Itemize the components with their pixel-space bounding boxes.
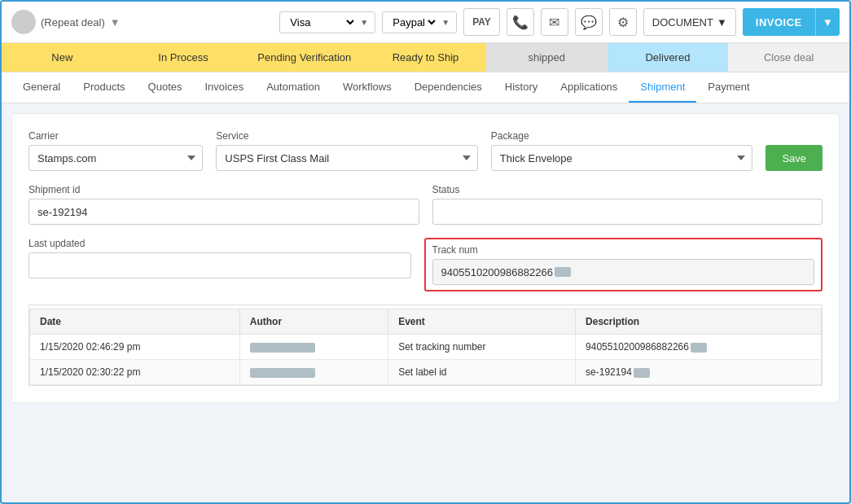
- pipeline-step-close[interactable]: Close deal: [728, 43, 849, 72]
- invoice-btn-group: INVOICE ▼: [743, 8, 840, 36]
- nav-tabs: General Products Quotes Invoices Automat…: [2, 72, 849, 103]
- carrier-label: Carrier: [29, 130, 203, 142]
- invoice-dropdown-button[interactable]: ▼: [815, 8, 840, 36]
- tab-products[interactable]: Products: [72, 72, 136, 103]
- carrier-select[interactable]: Stamps.com FedEx UPS: [29, 145, 203, 171]
- package-label: Package: [491, 130, 753, 142]
- shipment-id-group: Shipment id: [29, 184, 419, 225]
- pipeline-step-ready[interactable]: Ready to Ship: [365, 43, 486, 72]
- shipment-content: Carrier Stamps.com FedEx UPS Service USP…: [11, 113, 840, 403]
- tab-general[interactable]: General: [11, 72, 72, 103]
- row1-author: [239, 335, 388, 360]
- row2-event: Set label id: [388, 360, 576, 385]
- col-description: Description: [576, 309, 822, 335]
- paypal-dropdown[interactable]: Paypal Stripe: [389, 15, 438, 29]
- deal-dropdown-icon[interactable]: ▼: [110, 16, 121, 28]
- last-updated-input[interactable]: [29, 252, 411, 278]
- tab-quotes[interactable]: Quotes: [137, 72, 194, 103]
- gear-icon: ⚙: [617, 15, 629, 30]
- col-author: Author: [239, 309, 388, 335]
- package-select[interactable]: Thick Envelope Small Box Medium Box Larg…: [491, 145, 753, 171]
- package-group: Package Thick Envelope Small Box Medium …: [491, 130, 753, 171]
- track-num-group: Track num 9405510200986882266: [424, 238, 823, 291]
- pay-button[interactable]: PAY: [463, 8, 500, 36]
- save-button[interactable]: Save: [765, 145, 822, 171]
- status-group: Status: [432, 184, 823, 225]
- service-select[interactable]: USPS First Class Mail USPS Priority Mail…: [216, 145, 478, 171]
- document-dropdown-icon: ▼: [717, 16, 727, 28]
- last-updated-label: Last updated: [29, 238, 411, 249]
- deal-info: (Repeat deal) ▼: [11, 10, 273, 34]
- tab-shipment[interactable]: Shipment: [629, 72, 696, 103]
- invoice-arrow-icon: ▼: [822, 16, 833, 28]
- paypal-dropdown-icon: ▼: [441, 18, 450, 27]
- shipment-id-input[interactable]: [29, 199, 419, 225]
- tab-automation[interactable]: Automation: [255, 72, 331, 103]
- table-row: 1/15/2020 02:46:29 pm Set tracking numbe…: [30, 335, 822, 360]
- top-bar: (Repeat deal) ▼ Visa Mastercard ▼ Paypal…: [2, 2, 849, 43]
- tab-workflows[interactable]: Workflows: [331, 72, 403, 103]
- visa-dropdown-icon: ▼: [360, 18, 368, 27]
- document-label: DOCUMENT: [652, 16, 713, 28]
- row1-date: 1/15/2020 02:46:29 pm: [30, 335, 240, 360]
- pipeline: New In Process Pending Verification Read…: [2, 43, 849, 72]
- desc-blur-2: [634, 368, 650, 378]
- tab-invoices[interactable]: Invoices: [193, 72, 255, 103]
- invoice-button[interactable]: INVOICE: [743, 8, 815, 36]
- chat-icon-btn[interactable]: 💬: [575, 8, 603, 36]
- row2-description: se-192194: [576, 360, 822, 385]
- row1-description: 9405510200986882266: [576, 335, 822, 360]
- col-date: Date: [30, 309, 240, 335]
- carrier-group: Carrier Stamps.com FedEx UPS: [29, 130, 203, 171]
- carrier-row: Carrier Stamps.com FedEx UPS Service USP…: [29, 130, 822, 171]
- row2-author: [239, 360, 388, 385]
- email-icon: ✉: [549, 15, 559, 30]
- last-updated-row: Last updated Track num 94055102009868822…: [29, 238, 822, 291]
- service-label: Service: [216, 130, 478, 142]
- phone-icon: 📞: [512, 15, 529, 30]
- pipeline-step-shipped[interactable]: shipped: [486, 43, 608, 72]
- phone-icon-btn[interactable]: 📞: [507, 8, 534, 36]
- pipeline-step-in-process[interactable]: In Process: [123, 43, 244, 72]
- tab-payment[interactable]: Payment: [696, 72, 761, 103]
- track-num-blur: [555, 267, 571, 277]
- history-table-wrapper[interactable]: Date Author Event Description 1/15/2020 …: [29, 305, 822, 386]
- row2-date: 1/15/2020 02:30:22 pm: [30, 360, 240, 385]
- pipeline-step-pending[interactable]: Pending Verification: [243, 43, 365, 72]
- tab-applications[interactable]: Applications: [549, 72, 629, 103]
- status-input[interactable]: [432, 199, 823, 225]
- service-group: Service USPS First Class Mail USPS Prior…: [216, 130, 478, 171]
- tab-history[interactable]: History: [493, 72, 549, 103]
- document-button[interactable]: DOCUMENT ▼: [643, 8, 736, 36]
- row1-event: Set tracking number: [388, 335, 576, 360]
- shipment-id-label: Shipment id: [29, 184, 419, 195]
- author-blur-2: [250, 368, 315, 378]
- email-icon-btn[interactable]: ✉: [541, 8, 568, 36]
- chat-icon: 💬: [581, 15, 597, 30]
- track-num-value: 9405510200986882266: [441, 266, 553, 278]
- settings-icon-btn[interactable]: ⚙: [609, 8, 637, 36]
- avatar: [11, 10, 36, 34]
- track-num-label: Track num: [432, 244, 815, 256]
- visa-dropdown[interactable]: Visa Mastercard: [287, 15, 357, 29]
- paypal-select[interactable]: Paypal Stripe ▼: [382, 11, 457, 33]
- author-blur: [250, 343, 315, 353]
- history-table: Date Author Event Description 1/15/2020 …: [29, 309, 822, 385]
- pipeline-step-delivered[interactable]: Delivered: [608, 43, 729, 72]
- pipeline-step-new[interactable]: New: [2, 43, 123, 72]
- visa-select[interactable]: Visa Mastercard ▼: [279, 11, 375, 33]
- last-updated-group: Last updated: [29, 238, 411, 278]
- desc-blur: [691, 343, 707, 353]
- col-event: Event: [388, 309, 576, 335]
- table-row: 1/15/2020 02:30:22 pm Set label id se-19…: [30, 360, 822, 385]
- status-label: Status: [432, 184, 823, 195]
- deal-label: (Repeat deal): [41, 16, 105, 28]
- shipment-id-row: Shipment id Status: [29, 184, 822, 225]
- top-bar-right: Visa Mastercard ▼ Paypal Stripe ▼ PAY 📞 …: [279, 8, 840, 36]
- main-container: (Repeat deal) ▼ Visa Mastercard ▼ Paypal…: [0, 0, 851, 504]
- tab-dependencies[interactable]: Dependencies: [403, 72, 493, 103]
